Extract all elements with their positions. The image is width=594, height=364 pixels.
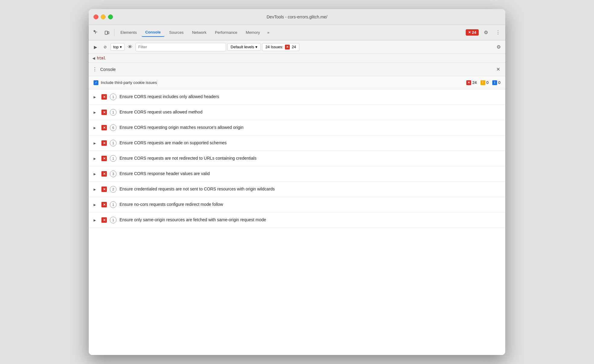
- warning-count-item: ! 0: [481, 80, 489, 85]
- settings-button[interactable]: ⚙: [481, 28, 491, 37]
- toolbar-right: ✕ 24 ⚙ ⋮: [466, 28, 503, 37]
- drawer-menu-icon[interactable]: ⋮: [92, 66, 97, 72]
- tab-elements[interactable]: Elements: [117, 28, 140, 37]
- issue-error-icon: ✕: [101, 187, 107, 192]
- dropdown-arrow-icon: ▾: [120, 45, 122, 49]
- issue-text: Ensure CORS response header values are v…: [120, 171, 210, 177]
- issues-text-label: 24 Issues:: [265, 45, 283, 49]
- expand-arrow-icon: ▶: [94, 219, 98, 222]
- issue-count-badge: 3: [110, 171, 117, 177]
- error-count-number: 24: [472, 80, 477, 85]
- breadcrumb-html-tag[interactable]: html: [97, 56, 106, 60]
- levels-dropdown-icon: ▾: [255, 45, 257, 49]
- info-count-icon: i: [492, 80, 497, 85]
- issue-count-badge: 1: [110, 140, 117, 146]
- expand-arrow-icon: ▶: [94, 142, 98, 145]
- device-mode-button[interactable]: [102, 28, 112, 37]
- issue-text: Ensure no-cors requests configure redire…: [120, 202, 223, 208]
- warning-count-icon: !: [481, 80, 485, 85]
- drawer-header: ⋮ Console ✕: [89, 63, 505, 76]
- issue-error-icon: ✕: [101, 202, 107, 207]
- levels-label: Default levels: [231, 45, 254, 49]
- tab-bar: Elements Console Sources Network Perform…: [89, 25, 505, 40]
- context-label: top: [113, 45, 119, 49]
- info-count-number: 0: [498, 80, 500, 85]
- clear-console-button[interactable]: ▶: [91, 43, 100, 51]
- issue-row[interactable]: ▶ ✕ 1 Ensure only same-origin resources …: [89, 212, 505, 228]
- issue-row[interactable]: ▶ ✕ 1 Ensure CORS requests are not redir…: [89, 151, 505, 166]
- expand-arrow-icon: ▶: [94, 172, 98, 176]
- breadcrumb-arrow-icon: ◀: [92, 56, 95, 60]
- third-party-cookie-checkbox[interactable]: ✓ Include third-party cookie issues: [94, 80, 157, 85]
- issue-count-badge: 1: [110, 201, 117, 208]
- count-divider: [157, 80, 157, 86]
- error-count-badge[interactable]: ✕ 24: [466, 29, 479, 36]
- issues-panel: ⋮ Console ✕ ✓ Include third-party cookie…: [89, 63, 505, 355]
- close-button[interactable]: [94, 14, 98, 19]
- title-bar: DevTools - cors-errors.glitch.me/: [89, 9, 505, 25]
- issue-error-icon: ✕: [101, 94, 107, 100]
- svg-rect-1: [105, 31, 107, 34]
- log-levels-button[interactable]: Default levels ▾: [227, 43, 261, 51]
- inspect-element-button[interactable]: [91, 28, 101, 37]
- context-selector[interactable]: top ▾: [110, 43, 125, 51]
- window-title: DevTools - cors-errors.glitch.me/: [267, 14, 327, 19]
- eye-button[interactable]: 👁: [126, 43, 134, 51]
- issue-error-icon: ✕: [101, 140, 107, 146]
- tab-memory[interactable]: Memory: [242, 28, 263, 37]
- issue-row[interactable]: ▶ ✕ 6 Ensure CORS requesting origin matc…: [89, 120, 505, 136]
- issues-counts: ✕ 24 ! 0 i 0: [466, 80, 500, 85]
- expand-arrow-icon: ▶: [94, 188, 98, 191]
- issue-row[interactable]: ▶ ✕ 1 Ensure CORS request uses allowed m…: [89, 105, 505, 120]
- block-url-button[interactable]: ⊘: [101, 43, 109, 51]
- issue-error-icon: ✕: [101, 171, 107, 177]
- drawer-title: Console: [100, 67, 116, 72]
- issue-row[interactable]: ▶ ✕ 1 Ensure CORS request includes only …: [89, 89, 505, 105]
- minimize-button[interactable]: [101, 14, 106, 19]
- error-count-item: ✕ 24: [466, 80, 477, 85]
- issue-text: Ensure CORS requesting origin matches re…: [120, 125, 243, 131]
- tab-console[interactable]: Console: [142, 28, 164, 37]
- more-tabs-button[interactable]: »: [265, 29, 272, 36]
- issue-text: Ensure CORS request includes only allowe…: [120, 94, 219, 100]
- more-options-button[interactable]: ⋮: [493, 28, 503, 37]
- issue-row[interactable]: ▶ ✕ 3 Ensure CORS response header values…: [89, 166, 505, 182]
- tab-network[interactable]: Network: [188, 28, 210, 37]
- issue-error-icon: ✕: [101, 217, 107, 223]
- issues-error-icon: ✕: [285, 45, 290, 49]
- warning-count-number: 0: [487, 80, 489, 85]
- issue-text: Ensure only same-origin resources are fe…: [120, 217, 266, 223]
- traffic-lights: [94, 14, 113, 19]
- info-count-item: i 0: [492, 80, 500, 85]
- issue-error-icon: ✕: [101, 156, 107, 161]
- drawer-close-button[interactable]: ✕: [494, 66, 502, 73]
- issue-row[interactable]: ▶ ✕ 1 Ensure no-cors requests configure …: [89, 197, 505, 212]
- error-icon-small: ✕: [468, 30, 471, 34]
- issues-number-label: 24: [292, 45, 296, 49]
- issue-row[interactable]: ▶ ✕ 1 Ensure CORS requests are made on s…: [89, 136, 505, 151]
- devtools-window: DevTools - cors-errors.glitch.me/ Elemen…: [89, 9, 505, 355]
- issue-count-badge: 1: [110, 217, 117, 223]
- issue-text: Ensure CORS requests are made on support…: [120, 140, 227, 146]
- checkbox-label-text: Include third-party cookie issues: [101, 80, 157, 85]
- main-content: ⋮ Console ✕ ✓ Include third-party cookie…: [89, 63, 505, 355]
- issue-count-badge: 1: [110, 94, 117, 100]
- expand-arrow-icon: ▶: [94, 111, 98, 114]
- separator-1: [114, 29, 114, 36]
- tab-performance[interactable]: Performance: [211, 28, 241, 37]
- issues-header: ✓ Include third-party cookie issues ✕ 24…: [89, 76, 505, 89]
- console-settings-button[interactable]: ⚙: [494, 43, 503, 51]
- issue-text: Ensure credentialed requests are not sen…: [120, 186, 275, 192]
- issues-count-button[interactable]: 24 Issues: ✕ 24: [262, 43, 299, 51]
- issue-count-badge: 6: [110, 124, 117, 131]
- issue-text: Ensure CORS request uses allowed method: [120, 109, 203, 115]
- tab-sources[interactable]: Sources: [166, 28, 187, 37]
- issue-list: ▶ ✕ 1 Ensure CORS request includes only …: [89, 89, 505, 355]
- issue-row[interactable]: ▶ ✕ 2 Ensure credentialed requests are n…: [89, 182, 505, 197]
- issue-error-icon: ✕: [101, 125, 107, 130]
- svg-rect-2: [108, 32, 109, 34]
- filter-input[interactable]: [136, 43, 226, 51]
- fullscreen-button[interactable]: [108, 14, 113, 19]
- error-count-label: 24: [472, 30, 476, 35]
- issue-text: Ensure CORS requests are not redirected …: [120, 155, 257, 161]
